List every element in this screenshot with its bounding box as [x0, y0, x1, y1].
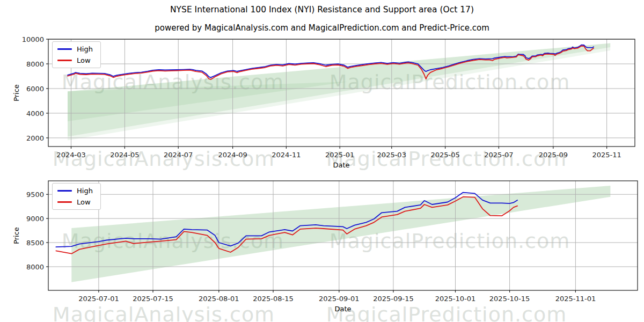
legend-item-low: Low [57, 198, 93, 206]
legend-label-high: High [77, 45, 93, 53]
high-line-swatch [57, 48, 72, 50]
high-line-swatch [57, 190, 72, 192]
low-line-swatch [57, 60, 72, 61]
legend-item-high: High [57, 45, 93, 53]
low-line-swatch [57, 201, 72, 203]
legend-item-low: Low [57, 56, 93, 64]
figure-canvas: { "header": { "title": "NYSE Internation… [0, 0, 644, 322]
legend-label-low: Low [77, 198, 91, 206]
legend-label-low: Low [77, 56, 91, 64]
legend-item-high: High [57, 187, 93, 195]
support-resistance-band [71, 186, 610, 282]
legend-bottom-chart: High Low [52, 183, 101, 210]
legend-label-high: High [77, 187, 93, 195]
legend-top-chart: High Low [52, 41, 101, 68]
